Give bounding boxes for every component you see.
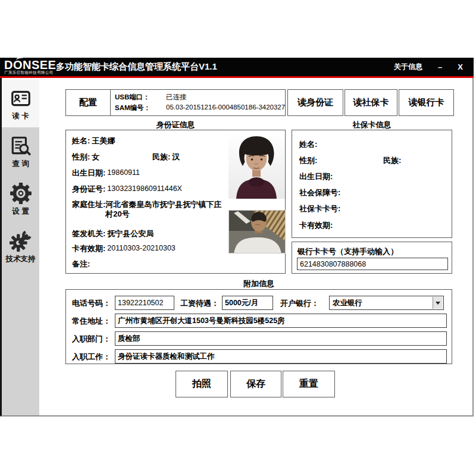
read-id-card-button[interactable]: 读身份证: [287, 89, 343, 116]
window-title: 多功能智能卡综合信息管理系统平台V1.1: [56, 61, 217, 73]
id-number-value: 13032319860911446X: [107, 184, 182, 194]
id-name-value: 王美娜: [92, 136, 115, 146]
id-birth-label: 出生日期:: [72, 168, 105, 178]
connection-status: USB端口： 已连接 SAM编号： 05.03-20151216-0004850…: [111, 90, 285, 115]
social-gender-label: 性别:: [299, 156, 317, 165]
search-doc-icon: [10, 134, 32, 157]
about-menu[interactable]: 关于信息: [394, 62, 422, 72]
id-birth-value: 19860911: [107, 168, 140, 178]
social-cardnum-label: 社保卡卡号:: [299, 204, 340, 214]
chevron-down-icon: [436, 302, 440, 305]
id-nation-label: 民族:: [152, 152, 170, 162]
id-gender-label: 性别:: [72, 152, 90, 162]
app-canvas: DONSEE 广东乐信智能科技有限公司 多功能智能卡综合信息管理系统平台V1.1…: [0, 0, 476, 476]
residence-label: 常住地址：: [72, 316, 111, 327]
usb-port-label: USB端口：: [115, 93, 166, 102]
social-nation-label: 民族:: [383, 156, 401, 165]
id-remark-label: 备注:: [72, 259, 90, 269]
bank-card-panel: 银行卡卡号（支持手动输入）: [292, 242, 452, 274]
phone-label: 电话号码：: [72, 298, 111, 309]
company-name: 广东乐信智能科技有限公司: [4, 71, 55, 75]
reset-button[interactable]: 重置: [283, 371, 335, 397]
bank-select-dropdown-button[interactable]: [433, 297, 443, 309]
id-card-panel: 姓名: 王美娜 性别: 女 民族: 汉 出生日期: 19860911 身份证号:: [65, 130, 286, 274]
bank-label: 开户银行：: [280, 298, 319, 309]
title-bar: DONSEE 广东乐信智能科技有限公司 多功能智能卡综合信息管理系统平台V1.1…: [0, 58, 474, 78]
tech-support-icon: [10, 230, 32, 252]
sidebar-item-query[interactable]: 查 询: [2, 127, 39, 175]
id-number-label: 身份证号:: [72, 184, 105, 194]
department-label: 入职部门：: [72, 334, 111, 345]
sidebar-label-query: 查 询: [12, 159, 29, 169]
social-card-section-title: 社保卡信息: [292, 120, 452, 130]
sidebar-label-read-card: 读 卡: [12, 111, 29, 121]
id-portrait-photo: [228, 133, 285, 199]
department-input[interactable]: [115, 331, 447, 346]
camera-capture-photo: [228, 210, 286, 253]
sidebar: 读 卡 查 询: [2, 80, 39, 415]
phone-input[interactable]: [115, 296, 174, 310]
sidebar-label-settings: 设 置: [12, 206, 29, 217]
social-birth-label: 出生日期:: [299, 172, 333, 181]
id-issuer-value: 抚宁县公安局: [107, 229, 154, 239]
additional-section-title: 附加信息: [65, 278, 452, 289]
gear-icon: [10, 182, 32, 205]
sidebar-item-settings[interactable]: 设 置: [2, 175, 39, 223]
id-name-label: 姓名:: [72, 136, 90, 146]
bank-select[interactable]: 农业银行: [329, 296, 444, 310]
sam-number-label: SAM编号：: [115, 104, 166, 112]
close-button[interactable]: X: [458, 62, 463, 71]
read-social-card-button[interactable]: 读社保卡: [345, 89, 397, 116]
additional-panel: 电话号码： 工资待遇： 开户银行： 农业银行 常住地址： 入职部门： 入职工作：: [65, 289, 452, 364]
id-issuer-label: 签发机关:: [72, 229, 105, 239]
id-gender-value: 女: [92, 152, 99, 162]
usb-port-value: 已连接: [166, 93, 187, 102]
save-button[interactable]: 保存: [230, 371, 281, 397]
window-body: 读 卡 查 询: [2, 80, 472, 415]
id-validity-label: 卡有效期:: [72, 244, 105, 253]
read-bank-card-button[interactable]: 读银行卡: [399, 89, 454, 116]
social-validity-label: 卡有效期:: [299, 221, 333, 230]
config-panel: 配置 USB端口： 已连接 SAM编号： 05.03-20151216-0004…: [65, 89, 286, 116]
sidebar-label-tech-support: 技术支持: [6, 254, 36, 264]
take-photo-button[interactable]: 拍照: [176, 371, 228, 397]
social-ssn-label: 社会保障号:: [299, 188, 340, 198]
id-card-icon: [10, 87, 32, 109]
id-nation-value: 汉: [172, 152, 180, 162]
id-validity-value: 20110303-20210303: [107, 244, 175, 253]
bank-select-value: 农业银行: [333, 298, 362, 308]
social-card-panel: 姓名: 性别: 民族: 出生日期: 社会保障号: 社保卡卡号:: [292, 130, 452, 238]
brand-name: DONSEE: [4, 59, 55, 71]
app-logo: DONSEE 广东乐信智能科技有限公司: [0, 59, 55, 75]
salary-input[interactable]: [222, 296, 273, 310]
id-card-section-title: 身份证信息: [65, 120, 286, 130]
bank-card-title: 银行卡卡号（支持手动输入）: [298, 246, 398, 257]
sidebar-item-tech-support[interactable]: 技术支持: [2, 223, 39, 270]
id-address-label: 家庭住址:: [72, 200, 105, 220]
residence-input[interactable]: [115, 314, 447, 328]
config-button[interactable]: 配置: [66, 90, 111, 115]
bank-card-number-input[interactable]: [297, 258, 448, 270]
sam-number-value: 05.03-20151216-0004850186-3420327620: [166, 104, 285, 112]
id-address-value: 河北省秦皇岛市抚宁县抚宁镇下庄村20号: [105, 200, 224, 220]
social-name-label: 姓名:: [299, 140, 317, 149]
job-input[interactable]: [115, 349, 447, 364]
sidebar-item-read-card[interactable]: 读 卡: [2, 80, 39, 127]
job-label: 入职工作：: [72, 352, 111, 362]
salary-label: 工资待遇：: [180, 298, 219, 309]
app-window: DONSEE 广东乐信智能科技有限公司 多功能智能卡综合信息管理系统平台V1.1…: [0, 58, 474, 416]
minimize-button[interactable]: –: [438, 62, 442, 71]
